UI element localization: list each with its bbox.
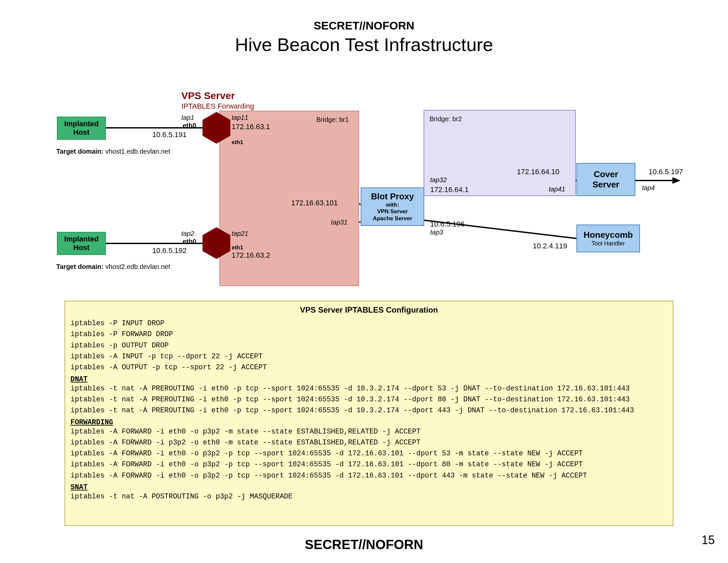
tap11-label: tap11 (232, 114, 248, 121)
vps-heading: VPS Server (181, 90, 235, 101)
iptables-line: iptables -t nat -A PREROUTING -i eth0 -p… (70, 405, 667, 416)
target-domain-2: Target domain: vhost2.edb.devlan.net (56, 263, 170, 270)
iptables-line: iptables -P INPUT DROP (70, 318, 667, 329)
iptables-line: iptables -P FORWARD DROP (70, 329, 667, 340)
bridge-br2-label: Bridge: br2 (430, 115, 462, 123)
iptables-config-panel: VPS Server IPTABLES Configuration iptabl… (65, 301, 673, 526)
iptables-line: iptables -t nat -A PREROUTING -i eth0 -p… (70, 383, 667, 394)
tap4-label: tap4 (642, 184, 655, 192)
eth0-label-2: eth0 (183, 238, 196, 245)
iptables-line: iptables -p OUTPUT DROP (70, 340, 667, 351)
iptables-title: VPS Server IPTABLES Configuration (70, 305, 667, 315)
bridge-br1-box (219, 111, 359, 286)
bridge-br1-label: Bridge: br1 (316, 116, 349, 123)
target-domain-1: Target domain: vhost1.edb.devlan.net (56, 148, 170, 155)
implanted-label-2: Implanted (64, 235, 99, 243)
ip-vps2: 172.16.63.2 (232, 251, 270, 259)
iptables-line: iptables -t nat -A POSTROUTING -o p3p2 -… (70, 491, 667, 502)
implanted-label: Implanted (64, 119, 99, 128)
tap2-label: tap2 (181, 230, 194, 237)
cover-server-box: Cover Server (576, 163, 635, 196)
honeycomb-sub: Tool Handler (591, 240, 625, 247)
tap1-label: tap1 (181, 114, 194, 121)
svg-marker-7 (672, 177, 680, 184)
blot-line1: VPN Server (377, 208, 408, 215)
honeycomb-title: Honeycomb (584, 230, 633, 240)
iptables-line: iptables -A INPUT -p tcp --dport 22 -j A… (70, 351, 667, 362)
ip-blot-pink: 172.16.63.101 (291, 199, 338, 207)
iptables-line: iptables -A OUTPUT -p tcp --sport 22 -j … (70, 362, 667, 373)
iptables-line: iptables -A FORWARD -i eth0 -o p3p2 -p t… (70, 448, 667, 459)
ip-honey-right: 10.2.4.119 (533, 242, 567, 250)
eth0-label-1: eth0 (183, 122, 196, 129)
blot-title: Blot Proxy (371, 191, 414, 202)
blot-proxy-box: Blot Proxy with: VPN Server Apache Serve… (361, 187, 424, 226)
iptables-line: iptables -t nat -A PREROUTING -i eth0 -p… (70, 394, 667, 405)
blot-with: with: (386, 202, 399, 208)
host-label: Host (73, 128, 90, 137)
ip-cover-br2: 172.16.64.10 (517, 167, 559, 176)
ip-host2: 10.6.5.192 (152, 246, 187, 255)
iptables-section-snat: SNAT (70, 483, 667, 491)
ip-host1: 10.6.5.191 (152, 130, 187, 139)
iptables-line: iptables -A FORWARD -i eth0 -o p3p2 -p t… (70, 459, 667, 470)
iptables-line: iptables -A FORWARD -i eth0 -o p3p2 -p t… (70, 470, 667, 481)
ip-vps1: 172.16.63.1 (232, 122, 270, 131)
honeycomb-box: Honeycomb Tool Handler (576, 224, 640, 252)
tap3-label: tap3 (430, 228, 443, 236)
iptables-line: iptables -A FORWARD -i eth0 -o p3p2 -m s… (70, 426, 667, 437)
tap31-label: tap31 (331, 218, 347, 226)
iptables-section-dnat: DNAT (70, 375, 667, 383)
iptables-line: iptables -A FORWARD -i p3p2 -o eth0 -m s… (70, 437, 667, 448)
tap21-label: tap21 (232, 230, 248, 237)
vps-subheading: IPTABLES Forwarding (181, 102, 254, 111)
eth1-label-2: eth1 (232, 244, 243, 251)
implanted-host-1: Implanted Host (57, 117, 106, 140)
ip-cover-out: 10.6.5.197 (649, 167, 683, 176)
host-label-2: Host (73, 243, 90, 252)
tap32-label: tap32 (430, 176, 447, 184)
iptables-section-fwd: FORWARDING (70, 418, 667, 426)
ip-honey-left: 10.6.5.196 (430, 220, 465, 228)
ip-blot-br2: 172.16.64.1 (430, 185, 469, 194)
cover-title: Cover (594, 169, 618, 179)
implanted-host-2: Implanted Host (57, 232, 106, 255)
eth1-label-1: eth1 (232, 139, 243, 146)
tap41-label: tap41 (549, 185, 565, 193)
cover-sub: Server (593, 179, 619, 190)
blot-line2: Apache Server (373, 215, 412, 222)
